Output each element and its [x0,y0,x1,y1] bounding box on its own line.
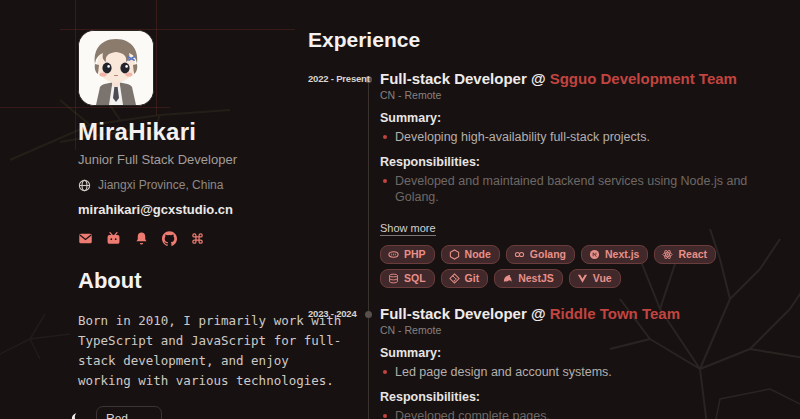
experience-entry: 2022 - Present Full-stack Developer @ Sg… [308,69,794,288]
bullet-item: Developing high-availability full-stack … [380,129,794,145]
entry-period: 2023 - 2024 [308,308,364,319]
location-text: Jiangxi Province, China [98,178,223,192]
sql-icon [388,273,399,284]
command-icon[interactable] [190,231,205,246]
nestjs-icon [502,273,513,284]
notifications-icon[interactable] [134,231,149,246]
location-row: Jiangxi Province, China [78,178,318,192]
entry-role: Full-stack Developer @ [380,305,550,322]
tag-label: Next.js [605,248,639,260]
profile-name: MiraHikari [78,118,318,146]
golang-icon [514,249,525,260]
avatar [78,30,154,106]
vue-icon [577,273,588,284]
tag-php[interactable]: PHP [380,245,435,264]
show-more-button[interactable]: Show more [380,222,443,236]
tag-node[interactable]: Node [441,245,500,264]
summary-label: Summary: [380,111,794,125]
responsibilities-list: Developed complete pages.Implemented sit… [380,408,794,419]
branch-decoration [0,299,80,379]
responsibilities-label: Responsibilities: [380,390,794,404]
tag-vue[interactable]: Vue [569,269,621,288]
show-more-label: Show more [380,222,436,236]
profile-sidebar: MiraHikari Junior Full Stack Developer J… [78,30,318,419]
tag-react[interactable]: React [654,245,716,264]
tag-label: SQL [404,272,426,284]
timeline-dot [365,311,372,318]
github-icon[interactable] [162,231,177,246]
entry-period: 2022 - Present [308,73,364,84]
php-icon [388,249,399,260]
tag-label: Vue [593,272,612,284]
moon-icon[interactable] [70,411,86,419]
experience-heading: Experience [308,28,794,52]
entry-location: CN - Remote [380,89,794,101]
summary-label: Summary: [380,346,794,360]
about-heading: About [78,268,318,294]
mail-icon[interactable] [78,231,93,246]
entry-company-link[interactable]: Sgguo Development Team [550,70,737,87]
tag-label: Git [465,272,480,284]
summary-list: Developing high-availability full-stack … [380,129,794,145]
theme-select-value: Red [106,412,128,419]
email-link[interactable]: mirahikari@gcxstudio.cn [78,202,233,217]
node-icon [449,249,460,260]
responsibilities-label: Responsibilities: [380,155,794,169]
tag-label: Node [465,248,491,260]
react-icon [662,249,673,260]
nextjs-icon [589,249,600,260]
entry-company-link[interactable]: Riddle Town Team [550,305,680,322]
summary-list: Led page design and account systems. [380,364,794,380]
bilibili-icon[interactable] [106,231,121,246]
tag-next-js[interactable]: Next.js [581,245,648,264]
social-links [78,231,318,246]
git-icon [449,273,460,284]
tag-label: Golang [530,248,566,260]
responsibilities-list: Developed and maintained backend service… [380,173,794,205]
theme-row: Red [70,406,318,419]
experience-timeline: 2022 - Present Full-stack Developer @ Sg… [308,69,794,419]
bullet-item: Developed complete pages. [380,408,794,419]
guide-line [75,0,76,150]
bullet-item: Developed and maintained backend service… [380,173,794,205]
experience-section: Experience 2022 - Present Full-stack Dev… [308,28,794,419]
experience-entry: 2023 - 2024 Full-stack Developer @ Riddl… [308,304,794,419]
tag-nestjs[interactable]: NestJS [494,269,563,288]
tag-list: PHPNodeGolangNext.jsReactSQLGitNestJSVue [380,245,732,288]
tag-label: NestJS [518,272,554,284]
entry-location: CN - Remote [380,324,794,336]
profile-title: Junior Full Stack Developer [78,152,318,167]
tag-label: React [678,248,707,260]
globe-icon [78,179,91,192]
bullet-item: Led page design and account systems. [380,364,794,380]
tag-git[interactable]: Git [441,269,489,288]
entry-role: Full-stack Developer @ [380,70,550,87]
tag-golang[interactable]: Golang [506,245,575,264]
tag-sql[interactable]: SQL [380,269,435,288]
about-text: Born in 2010, I primarily work with Type… [78,311,344,391]
tag-label: PHP [404,248,426,260]
theme-select[interactable]: Red [96,406,162,419]
